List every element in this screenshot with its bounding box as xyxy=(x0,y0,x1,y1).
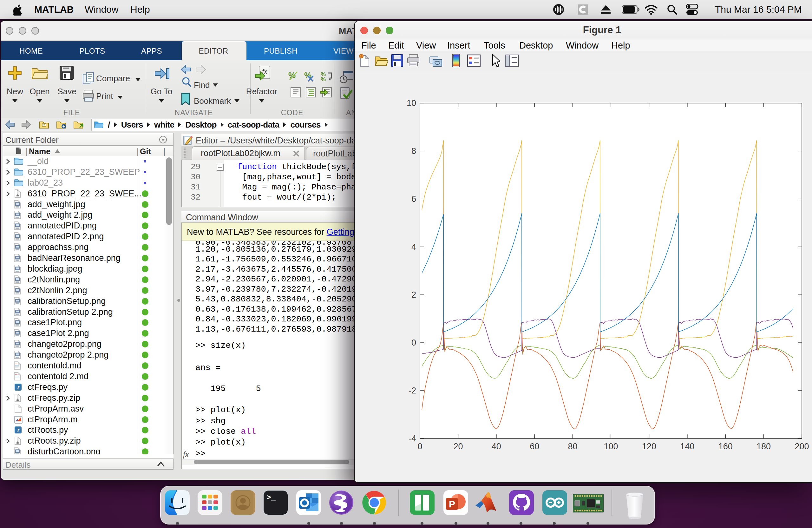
svg-text:2: 2 xyxy=(411,290,416,300)
svg-text:40: 40 xyxy=(492,442,501,451)
svg-text:6: 6 xyxy=(411,194,416,204)
svg-text:20: 20 xyxy=(453,442,463,451)
svg-text:10: 10 xyxy=(407,98,416,108)
svg-text:180: 180 xyxy=(756,442,771,451)
svg-text:120: 120 xyxy=(642,442,656,451)
svg-text:100: 100 xyxy=(604,442,618,451)
svg-text:0: 0 xyxy=(417,442,422,451)
svg-text:%: % xyxy=(321,76,326,82)
svg-text:-4: -4 xyxy=(408,434,416,443)
svg-text:160: 160 xyxy=(719,442,733,451)
svg-text:>_: >_ xyxy=(266,494,276,502)
svg-text:200: 200 xyxy=(795,442,809,451)
svg-text:140: 140 xyxy=(680,442,694,451)
svg-text:60: 60 xyxy=(530,442,539,451)
svg-text:0: 0 xyxy=(411,338,416,347)
svg-text:80: 80 xyxy=(568,442,578,451)
svg-text:4: 4 xyxy=(411,242,416,252)
svg-text:T: T xyxy=(16,427,20,433)
svg-text:P: P xyxy=(449,499,455,509)
svg-text:-2: -2 xyxy=(408,386,416,395)
svg-text:T: T xyxy=(16,385,20,390)
svg-text:8: 8 xyxy=(411,146,416,156)
